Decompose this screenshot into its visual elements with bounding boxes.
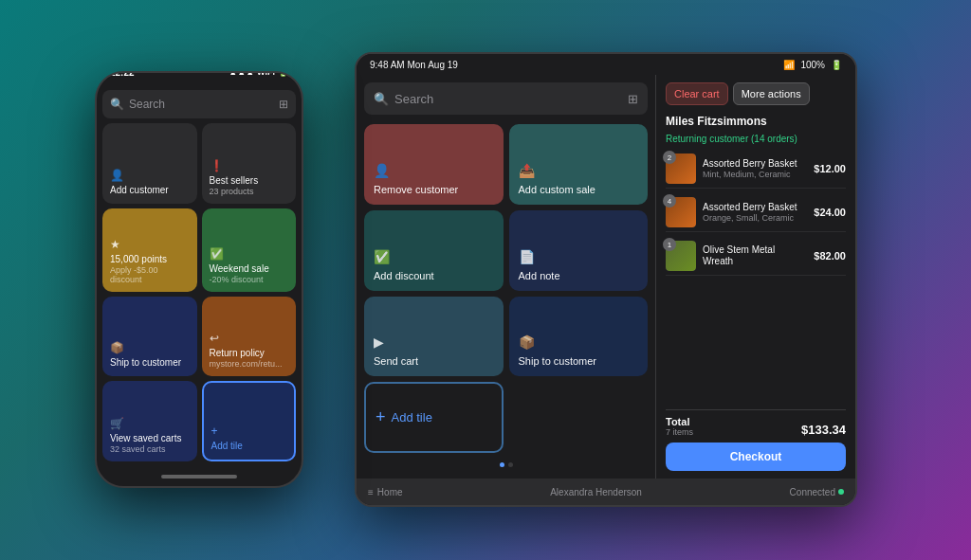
- phone-tile-ship[interactable]: 📦 Ship to customer: [102, 297, 197, 377]
- cart-item-price-1: $24.00: [814, 207, 846, 218]
- phone-tile-return-icon: ↩: [210, 332, 289, 345]
- cart-item-img-wrap-0: 2: [666, 154, 696, 184]
- tile-ship-to-customer-label: Ship to customer: [519, 355, 639, 367]
- customer-name: Miles Fitzsimmons: [666, 115, 846, 128]
- total-label-group: Total 7 items: [666, 416, 693, 437]
- phone-tile-ship-icon: 📦: [110, 341, 190, 354]
- phone-bottom-indicator: [97, 467, 302, 486]
- total-label: Total: [666, 416, 693, 427]
- tablet-scan-icon[interactable]: ⊞: [628, 92, 638, 106]
- cart-item-badge-2: 1: [663, 238, 676, 251]
- more-actions-button[interactable]: More actions: [733, 82, 810, 105]
- tile-add-custom-sale-label: Add custom sale: [519, 184, 639, 195]
- connected-label: Connected: [790, 487, 835, 497]
- phone-tile-add-customer[interactable]: 👤 Add customer: [102, 123, 197, 204]
- total-row: Total 7 items $133.34: [666, 416, 846, 437]
- tile-add-new-label: Add tile: [392, 410, 432, 425]
- phone-tile-best-sellers-icon: ❗: [210, 159, 289, 172]
- customer-tag: Returning customer (14 orders): [666, 134, 846, 144]
- tile-send-cart[interactable]: ▶ Send cart: [364, 297, 504, 377]
- phone-scan-icon[interactable]: ⊞: [279, 98, 288, 111]
- tile-add-custom-sale[interactable]: 📤 Add custom sale: [509, 124, 649, 205]
- total-section: Total 7 items $133.34 Checkout: [666, 409, 846, 471]
- phone-tile-saved-carts-icon: 🛒: [110, 417, 190, 430]
- tile-send-cart-label: Send cart: [374, 355, 494, 367]
- tile-remove-customer-label: Remove customer: [374, 184, 494, 195]
- cart-item-name-0: Assorted Berry Basket: [703, 158, 807, 170]
- tablet-time: 9:48 AM Mon Aug 19: [370, 60, 458, 70]
- phone-tiles-grid: 👤 Add customer ❗ Best sellers 23 product…: [102, 123, 296, 461]
- cart-item-info-2: Olive Stem Metal Wreath: [703, 244, 807, 267]
- tablet-page-dots: [364, 459, 648, 471]
- cart-item-1: 4 Assorted Berry Basket Orange, Small, C…: [666, 193, 846, 232]
- tablet-device: 9:48 AM Mon Aug 19 📶 100% 🔋 🔍 Search ⊞ 👤…: [355, 52, 857, 507]
- phone-tile-weekend-sale-label: Weekend sale: [210, 263, 289, 275]
- tile-add-new[interactable]: + Add tile: [364, 382, 504, 453]
- phone-tile-saved-carts[interactable]: 🛒 View saved carts 32 saved carts: [102, 381, 197, 461]
- dot-active[interactable]: [500, 462, 504, 467]
- tablet-right-panel: Clear cart More actions Miles Fitzsimmon…: [656, 75, 855, 479]
- tile-ship-to-customer[interactable]: 📦 Ship to customer: [509, 297, 649, 377]
- phone-tile-weekend-sale[interactable]: ✅ Weekend sale -20% discount: [202, 208, 297, 292]
- phone-content: 🔍 Search ⊞ 👤 Add customer ❗ Best sellers…: [97, 84, 302, 467]
- phone-tile-best-sellers-sub: 23 products: [210, 187, 289, 196]
- tablet-content: 🔍 Search ⊞ 👤 Remove customer 📤 Add custo…: [357, 75, 855, 479]
- phone-tile-points-label: 15,000 points: [110, 254, 190, 265]
- phone-status-bar: 12:22 ▲▲▲ WiFi 🔋: [97, 71, 302, 84]
- cart-item-sub-1: Orange, Small, Ceramic: [703, 213, 807, 223]
- cart-item-name-2: Olive Stem Metal Wreath: [703, 244, 807, 267]
- cart-item-info-0: Assorted Berry Basket Mint, Medium, Cera…: [703, 158, 807, 179]
- total-items-count: 7 items: [666, 427, 693, 437]
- phone-battery-icon: 🔋: [278, 71, 288, 77]
- tablet-menu-icon: ≡: [368, 487, 374, 497]
- tile-remove-customer-icon: 👤: [374, 163, 494, 178]
- checkout-button[interactable]: Checkout: [666, 443, 846, 471]
- phone-tile-saved-carts-sub: 32 saved carts: [110, 444, 190, 454]
- phone-signal-icon: ▲▲▲: [229, 71, 254, 77]
- phone-wifi-icon: WiFi: [257, 71, 275, 77]
- tile-send-cart-icon: ▶: [374, 334, 494, 350]
- phone-tile-points-icon: ★: [110, 238, 190, 251]
- phone-tile-add-label: Add tile: [211, 441, 287, 452]
- phone-tile-best-sellers[interactable]: ❗ Best sellers 23 products: [202, 123, 297, 204]
- phone-tile-add[interactable]: + Add tile: [202, 381, 297, 461]
- tablet-search-icon: 🔍: [374, 92, 389, 106]
- tile-add-discount[interactable]: ✅ Add discount: [364, 210, 504, 291]
- phone-search-bar[interactable]: 🔍 Search ⊞: [102, 90, 296, 118]
- tablet-search-text: Search: [394, 92, 433, 106]
- tablet-search-bar[interactable]: 🔍 Search ⊞: [364, 82, 648, 115]
- tile-add-new-icon: +: [376, 407, 386, 427]
- tile-add-note[interactable]: 📄 Add note: [509, 210, 649, 291]
- cart-item-badge-0: 2: [663, 151, 676, 164]
- cart-item-info-1: Assorted Berry Basket Orange, Small, Cer…: [703, 202, 807, 223]
- phone-tile-points[interactable]: ★ 15,000 points Apply -$5.00 discount: [102, 208, 197, 292]
- connected-dot: [838, 489, 844, 495]
- tablet-battery: 100%: [800, 60, 825, 70]
- total-amount: $133.34: [801, 423, 846, 437]
- tablet-battery-icon: 🔋: [831, 60, 842, 70]
- phone-search-icon: 🔍: [110, 98, 124, 111]
- tile-add-discount-label: Add discount: [374, 270, 494, 281]
- phone-tile-weekend-sale-icon: ✅: [210, 247, 289, 261]
- tablet-home-label: Home: [377, 487, 403, 497]
- phone-device: 12:22 ▲▲▲ WiFi 🔋 🔍 Search ⊞ 👤 Add custom…: [95, 71, 303, 488]
- phone-tile-ship-label: Ship to customer: [110, 357, 190, 369]
- phone-tile-points-sub: Apply -$5.00 discount: [110, 265, 190, 284]
- tablet-status-bar: 9:48 AM Mon Aug 19 📶 100% 🔋: [357, 54, 855, 75]
- cart-item-0: 2 Assorted Berry Basket Mint, Medium, Ce…: [666, 150, 846, 189]
- tablet-user-name: Alexandra Henderson: [550, 487, 642, 497]
- cart-items-list: 2 Assorted Berry Basket Mint, Medium, Ce…: [666, 150, 846, 404]
- phone-time: 12:22: [110, 71, 135, 78]
- phone-tile-return-label: Return policy: [210, 348, 289, 359]
- tablet-menu-home[interactable]: ≡ Home: [368, 487, 403, 497]
- tile-remove-customer[interactable]: 👤 Remove customer: [364, 124, 504, 205]
- cart-item-img-wrap-1: 4: [666, 197, 696, 227]
- dot-inactive[interactable]: [508, 462, 513, 467]
- phone-tile-return[interactable]: ↩ Return policy mystore.com/retu...: [202, 297, 297, 377]
- tablet-left-panel: 🔍 Search ⊞ 👤 Remove customer 📤 Add custo…: [357, 75, 656, 479]
- tile-ship-to-customer-icon: 📦: [519, 334, 639, 350]
- clear-cart-button[interactable]: Clear cart: [666, 82, 728, 105]
- phone-tile-best-sellers-label: Best sellers: [210, 175, 289, 187]
- phone-tile-weekend-sale-sub: -20% discount: [210, 275, 289, 284]
- tile-add-discount-icon: ✅: [374, 249, 494, 264]
